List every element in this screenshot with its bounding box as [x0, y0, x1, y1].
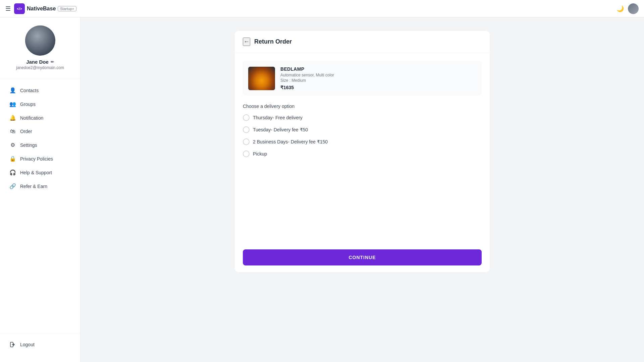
product-card: BEDLAMP Automatice sensor, Multi color S… — [243, 61, 482, 96]
main-layout: Jane Doe ✏ janedoe2@mydomain.com 👤 Conta… — [0, 17, 644, 362]
radio-thursday[interactable] — [243, 114, 250, 121]
contacts-icon: 👤 — [9, 87, 16, 94]
product-description: Automatice sensor, Multi color — [280, 73, 476, 77]
page-header: ← Return Order — [235, 31, 490, 53]
delivery-option-tuesday[interactable]: Tuesday- Delivery fee ₹50 — [243, 126, 482, 133]
refer-icon: 🔗 — [9, 183, 16, 189]
sidebar-profile: Jane Doe ✏ janedoe2@mydomain.com — [0, 25, 80, 78]
sidebar-item-label: Refer & Earn — [20, 184, 47, 189]
sidebar-item-logout[interactable]: Logout — [3, 339, 77, 351]
delivery-label-tuesday: Tuesday- Delivery fee ₹50 — [253, 127, 308, 132]
sidebar-item-groups[interactable]: 👥 Groups — [3, 98, 77, 111]
product-image-inner — [248, 67, 275, 90]
profile-avatar — [25, 25, 55, 56]
logo-text: NativeBase — [27, 6, 56, 12]
profile-avatar-inner — [25, 25, 55, 56]
page-card: ← Return Order BEDLAMP Automatice sensor… — [235, 31, 490, 272]
sidebar-item-order[interactable]: 🛍 Order — [3, 125, 77, 138]
delivery-label-business: 2 Business Days- Delivery fee ₹150 — [253, 139, 328, 144]
sidebar-item-label: Logout — [20, 342, 35, 347]
privacy-icon: 🔒 — [9, 156, 16, 162]
product-name: BEDLAMP — [280, 66, 476, 72]
page-title: Return Order — [254, 38, 292, 45]
order-icon: 🛍 — [9, 128, 16, 134]
sidebar-item-label: Contacts — [20, 88, 39, 93]
sidebar-item-privacy[interactable]: 🔒 Privacy Policies — [3, 152, 77, 165]
sidebar-item-contacts[interactable]: 👤 Contacts — [3, 84, 77, 97]
avatar-image — [628, 3, 639, 14]
product-size: Size : Medium — [280, 78, 476, 83]
content-area: ← Return Order BEDLAMP Automatice sensor… — [80, 17, 644, 362]
sidebar: Jane Doe ✏ janedoe2@mydomain.com 👤 Conta… — [0, 17, 80, 362]
delivery-section-title: Choose a delivery option — [243, 104, 482, 109]
radio-pickup[interactable] — [243, 150, 250, 157]
product-price: ₹1635 — [280, 85, 476, 90]
groups-icon: 👥 — [9, 101, 16, 107]
continue-button[interactable]: CONTINUE — [243, 249, 482, 265]
delivery-label-thursday: Thursday- Free delivery — [253, 115, 303, 120]
delivery-option-pickup[interactable]: Pickup — [243, 150, 482, 157]
navbar-left: ☰ </> NativeBase Startup+ — [5, 3, 76, 14]
radio-business[interactable] — [243, 138, 250, 145]
continue-section: CONTINUE — [235, 243, 490, 272]
profile-name: Jane Doe ✏ — [26, 59, 54, 65]
delivery-label-pickup: Pickup — [253, 151, 267, 157]
sidebar-footer: Logout — [0, 333, 80, 357]
back-button[interactable]: ← — [243, 38, 250, 46]
logo-container: </> NativeBase Startup+ — [14, 3, 76, 14]
sidebar-item-help[interactable]: 🎧 Help & Support — [3, 166, 77, 179]
sidebar-item-label: Settings — [20, 142, 37, 148]
logo-icon: </> — [14, 3, 25, 14]
product-image — [248, 67, 275, 90]
sidebar-item-notification[interactable]: 🔔 Notification — [3, 111, 77, 124]
theme-toggle-icon[interactable]: 🌙 — [616, 5, 624, 12]
product-section: BEDLAMP Automatice sensor, Multi color S… — [235, 53, 490, 104]
sidebar-item-label: Privacy Policies — [20, 156, 53, 162]
notification-icon: 🔔 — [9, 115, 16, 121]
navbar: ☰ </> NativeBase Startup+ 🌙 — [0, 0, 644, 17]
sidebar-nav: 👤 Contacts 👥 Groups 🔔 Notification 🛍 Ord… — [0, 78, 80, 333]
sidebar-item-label: Order — [20, 129, 32, 134]
sidebar-item-label: Help & Support — [20, 170, 52, 175]
delivery-section: Choose a delivery option Thursday- Free … — [235, 104, 490, 171]
navbar-right: 🌙 — [616, 3, 639, 14]
sidebar-item-refer[interactable]: 🔗 Refer & Earn — [3, 180, 77, 193]
help-icon: 🎧 — [9, 169, 16, 176]
hamburger-icon[interactable]: ☰ — [5, 5, 11, 12]
delivery-option-thursday[interactable]: Thursday- Free delivery — [243, 114, 482, 121]
edit-profile-icon[interactable]: ✏ — [51, 60, 54, 64]
avatar[interactable] — [628, 3, 639, 14]
logout-icon — [9, 342, 16, 347]
settings-icon: ⚙ — [9, 142, 16, 148]
product-info: BEDLAMP Automatice sensor, Multi color S… — [280, 66, 476, 90]
delivery-option-business[interactable]: 2 Business Days- Delivery fee ₹150 — [243, 138, 482, 145]
sidebar-item-label: Notification — [20, 115, 43, 121]
sidebar-item-settings[interactable]: ⚙ Settings — [3, 138, 77, 152]
sidebar-item-label: Groups — [20, 102, 36, 107]
startup-badge: Startup+ — [58, 6, 76, 11]
radio-tuesday[interactable] — [243, 126, 250, 133]
profile-email: janedoe2@mydomain.com — [16, 65, 64, 70]
